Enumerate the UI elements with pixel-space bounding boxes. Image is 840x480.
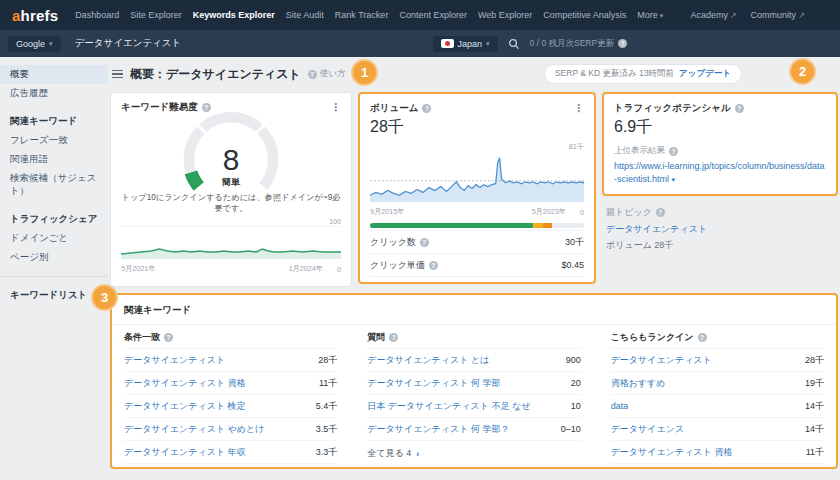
sidebar-item-by-domain[interactable]: ドメインごと: [0, 229, 108, 248]
keyword-link[interactable]: データサイエンティスト 年収: [124, 446, 246, 459]
search-engine-dropdown[interactable]: Google▾: [8, 36, 61, 52]
update-button[interactable]: アップデート: [679, 68, 731, 80]
help-icon: ?: [475, 284, 484, 285]
chevron-down-icon: ▾: [49, 40, 53, 48]
keyword-difficulty-card: キーワード難易度?⋮ 8 簡単 トップ10にランクインするためには、参照ドメイン…: [110, 92, 352, 287]
keyword-link[interactable]: データサイエンティスト: [124, 354, 225, 367]
help-icon: ?: [656, 208, 665, 217]
external-link-icon: ↗: [730, 11, 737, 20]
also-rank-for-column: こちらもランクイン? データサイエンティスト28千 資格おすすめ19千 data…: [611, 331, 824, 469]
related-keywords-card: 関連キーワード 条件一致? データサイエンティスト28千 データサイエンティスト…: [110, 293, 838, 469]
japan-flag-icon: [441, 39, 454, 48]
volume-card: ボリューム?⋮ 28千 81千 9月2015年 5月2023年 0 クリッ: [358, 92, 596, 284]
volume-value: 28千: [370, 117, 584, 138]
kd-gauge-value-arc: [191, 172, 199, 186]
sidebar-item-traffic-share[interactable]: トラフィックシェア: [0, 210, 108, 229]
chevron-down-icon: ▾: [660, 12, 664, 19]
serp-update-pill: SERP & KD 更新済み 13時間前アップデート: [544, 64, 742, 84]
ahrefs-logo[interactable]: ahrefs: [12, 7, 58, 24]
nav-item-web-explorer[interactable]: Web Explorer: [478, 10, 532, 20]
help-icon: ?: [698, 333, 707, 342]
nav-item-academy[interactable]: Academy↗: [690, 10, 736, 20]
help-icon: ?: [164, 333, 173, 342]
keyword-link[interactable]: データサイエンティスト とは: [367, 354, 489, 367]
help-icon: ?: [389, 333, 398, 342]
related-keywords-title: 関連キーワード: [124, 304, 824, 317]
divider: [112, 324, 836, 325]
annotation-circle-3: 3: [91, 284, 118, 311]
serp-quota: 0 / 0 残月次SERP更新?: [530, 38, 628, 50]
kd-chart-xstart: 5月2021年: [121, 264, 155, 274]
see-all-questions-link[interactable]: 全て見る 4›: [367, 440, 580, 460]
help-icon: ?: [420, 238, 429, 247]
sidebar-item-search-suggestions[interactable]: 検索候補（サジェスト）: [0, 169, 108, 201]
kd-chart-xend: 1月2024年: [289, 264, 323, 274]
help-icon: ?: [429, 261, 438, 270]
kebab-menu-icon[interactable]: ⋮: [573, 103, 584, 114]
nav-item-rank-tracker[interactable]: Rank Tracker: [335, 10, 389, 20]
nav-item-site-explorer[interactable]: Site Explorer: [130, 10, 182, 20]
kd-score: 8: [223, 143, 240, 176]
keyword-row: データサイエンティスト 何 学部20: [367, 371, 580, 394]
keyword-link[interactable]: データサイエンティスト 何 学部: [367, 377, 500, 390]
keyword-link[interactable]: 資格おすすめ: [611, 377, 666, 390]
sidebar-item-by-page[interactable]: ページ別: [0, 248, 108, 267]
nav-item-keywords-explorer[interactable]: Keywords Explorer: [193, 10, 275, 20]
keyword-link[interactable]: データサイエンティスト 何 学部？: [367, 423, 509, 436]
parent-topic-volume: ボリューム 28千: [606, 239, 836, 252]
keyword-link[interactable]: データサイエンティスト: [611, 354, 712, 367]
volume-chart-xstart: 9月2015年: [370, 207, 404, 217]
sidebar: 概要 広告履歴 関連キーワード フレーズ一致 関連用語 検索候補（サジェスト） …: [0, 57, 108, 480]
volume-chart-xend: 5月2023年: [532, 207, 566, 217]
how-to-use-link[interactable]: ?使い方: [308, 68, 346, 80]
annotation-circle-1: 1: [351, 59, 378, 86]
sidebar-item-phrase-match[interactable]: フレーズ一致: [0, 131, 108, 150]
parent-topic-keyword-link[interactable]: データサイエンティスト: [606, 223, 836, 236]
keyword-row: データサイエンティスト 資格11千: [124, 371, 337, 394]
keyword-row: データサイエンティスト28千: [124, 348, 337, 371]
metric-row-clicks: クリック数? 30千: [370, 230, 584, 253]
keyword-link[interactable]: データサイエンティスト 資格: [124, 377, 246, 390]
keyword-link[interactable]: 日本 データサイエンティスト 不足 なぜ: [367, 400, 530, 413]
see-all-also-rank-link[interactable]: 全て見る 513›: [611, 463, 824, 469]
sidebar-item-overview[interactable]: 概要: [0, 65, 108, 84]
nav-item-site-audit[interactable]: Site Audit: [286, 10, 324, 20]
questions-column: 質問? データサイエンティスト とは900 データサイエンティスト 何 学部20…: [367, 331, 580, 469]
chevron-down-icon: ▾: [672, 176, 676, 183]
chevron-down-icon: ▾: [486, 40, 490, 48]
sidebar-item-related-terms[interactable]: 関連用語: [0, 150, 108, 169]
metric-row-cpc: クリック単価? $0.45: [370, 253, 584, 276]
nav-item-dashboard[interactable]: Dashboard: [75, 10, 119, 20]
keyword-link[interactable]: データサイエンティスト やめとけ: [124, 423, 264, 436]
kebab-menu-icon[interactable]: ⋮: [330, 102, 341, 113]
see-all-matching-terms-link[interactable]: 全て見る 1,138›: [124, 463, 337, 469]
nav-item-community[interactable]: Community↗: [751, 10, 805, 20]
search-bar: Google▾ データサイエンティスト Japan▾ 0 / 0 残月次SERP…: [0, 30, 840, 57]
help-icon: ?: [422, 104, 431, 113]
sidebar-item-ads-history[interactable]: 広告履歴: [0, 84, 108, 103]
menu-icon[interactable]: [112, 70, 123, 79]
top-navbar: ahrefs Dashboard Site Explorer Keywords …: [0, 0, 840, 30]
nav-item-more[interactable]: More▾: [637, 10, 663, 20]
keyword-link[interactable]: data: [611, 401, 629, 411]
keyword-search-input[interactable]: データサイエンティスト: [71, 37, 423, 50]
keyword-row: データサイエンティスト やめとけ3.5千: [124, 417, 337, 440]
top-result-url-link[interactable]: https://www.i-learning.jp/topics/column/…: [614, 160, 826, 186]
parent-topic-block: 親トピック? データサイエンティスト ボリューム 28千: [606, 206, 836, 252]
search-button[interactable]: [508, 38, 520, 50]
traffic-potential-value: 6.9千: [614, 117, 826, 138]
page-title: 概要：データサイエンティスト: [130, 66, 301, 83]
keyword-row: データサイエンス14千: [611, 417, 824, 440]
traffic-potential-card: トラフィックポテンシャル? 6.9千 上位表示結果? https://www.i…: [602, 92, 838, 196]
kd-history-chart: [121, 227, 341, 259]
sidebar-item-related-keywords[interactable]: 関連キーワード: [0, 112, 108, 131]
nav-item-content-explorer[interactable]: Content Explorer: [399, 10, 467, 20]
keyword-link[interactable]: データサイエンティスト 検定: [124, 400, 246, 413]
keyword-link[interactable]: データサイエンス: [611, 423, 684, 436]
country-dropdown[interactable]: Japan▾: [433, 36, 498, 52]
help-icon: ?: [669, 147, 678, 156]
volume-card-title: ボリューム: [370, 102, 418, 115]
keyword-link[interactable]: データサイエンティスト 資格: [611, 446, 733, 459]
traffic-card-title: トラフィックポテンシャル: [614, 102, 731, 115]
nav-item-competitive-analysis[interactable]: Competitive Analysis: [543, 10, 626, 20]
